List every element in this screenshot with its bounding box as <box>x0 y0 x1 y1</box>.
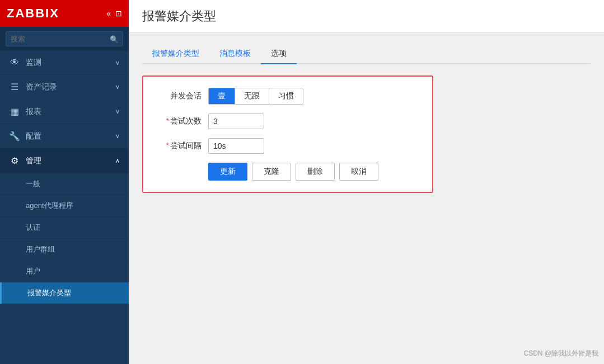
watermark: CSDN @除我以外皆是我 <box>523 349 598 358</box>
clone-button[interactable]: 克隆 <box>252 163 291 181</box>
search-input[interactable] <box>6 31 123 46</box>
sidebar-sub-label: 认证 <box>26 223 40 233</box>
options-form-card: 并发会话 壹 无跟 习惯 *尝试次数 *尝试间隔 <box>142 75 433 193</box>
sidebar-sub-label: 报警媒介类型 <box>27 288 71 298</box>
sidebar-item-report[interactable]: ▦ 报表 ∨ <box>0 100 129 124</box>
interval-label: *尝试间隔 <box>157 141 202 151</box>
concurrent-option-one[interactable]: 壹 <box>209 88 235 104</box>
tab-options[interactable]: 选项 <box>261 44 297 64</box>
cancel-button[interactable]: 取消 <box>339 163 378 181</box>
concurrent-sessions-group: 壹 无跟 习惯 <box>208 88 303 105</box>
report-icon: ▦ <box>9 106 20 117</box>
page-header: 报警媒介类型 <box>129 0 604 33</box>
sidebar-item-auth[interactable]: 认证 <box>0 217 129 239</box>
sidebar-item-monitor[interactable]: 👁 监测 ∨ <box>0 51 129 75</box>
tab-message-template[interactable]: 消息模板 <box>209 44 261 64</box>
sidebar-item-assets[interactable]: ☰ 资产记录 ∨ <box>0 75 129 100</box>
header-icons: « ⊡ <box>106 9 122 18</box>
sidebar-item-media[interactable]: 报警媒介类型 <box>0 282 129 304</box>
concurrent-sessions-label: 并发会话 <box>157 91 202 101</box>
chevron-down-icon: ∨ <box>115 83 120 91</box>
expand-icon[interactable]: ⊡ <box>115 9 122 18</box>
tab-bar: 报警媒介类型 消息模板 选项 <box>142 44 591 64</box>
sidebar-sub-label: 用户群组 <box>26 244 55 254</box>
admin-icon: ⚙ <box>9 155 20 166</box>
attempts-input[interactable] <box>208 114 264 129</box>
sidebar-item-usergroups[interactable]: 用户群组 <box>0 239 129 261</box>
sidebar-sub-label: 一般 <box>26 179 40 189</box>
concurrent-option-custom[interactable]: 习惯 <box>269 88 303 104</box>
sidebar-item-label: 监测 <box>26 58 110 68</box>
config-icon: 🔧 <box>9 131 20 141</box>
sidebar-nav: 👁 监测 ∨ ☰ 资产记录 ∨ ▦ 报表 ∨ 🔧 配置 ∨ ⚙ 管理 ∧ 一般 … <box>0 51 129 364</box>
required-star: * <box>166 116 169 125</box>
chevron-down-icon: ∨ <box>115 133 120 140</box>
sidebar-item-config[interactable]: 🔧 配置 ∨ <box>0 124 129 149</box>
sidebar-header: ZABBIX « ⊡ <box>0 0 129 27</box>
sidebar-item-label: 资产记录 <box>26 82 110 92</box>
required-star-2: * <box>166 141 169 150</box>
sidebar-item-general[interactable]: 一般 <box>0 173 129 195</box>
concurrent-sessions-row: 并发会话 壹 无跟 习惯 <box>157 88 419 105</box>
tab-media-type[interactable]: 报警媒介类型 <box>142 44 209 64</box>
attempts-label: *尝试次数 <box>157 116 202 126</box>
sidebar-sub-label: agent代理程序 <box>26 201 73 211</box>
main-content: 报警媒介类型 报警媒介类型 消息模板 选项 并发会话 壹 无跟 习惯 *尝试 <box>129 0 604 364</box>
monitor-icon: 👁 <box>9 58 20 68</box>
action-buttons: 更新 克隆 删除 取消 <box>157 163 419 181</box>
sidebar-item-label: 配置 <box>26 131 110 141</box>
sidebar-item-agent[interactable]: agent代理程序 <box>0 195 129 217</box>
sidebar-item-label: 管理 <box>26 156 110 166</box>
assets-icon: ☰ <box>9 82 20 92</box>
sidebar-item-label: 报表 <box>26 107 110 117</box>
sidebar-item-admin[interactable]: ⚙ 管理 ∧ <box>0 149 129 173</box>
sidebar-sub-label: 用户 <box>26 266 40 276</box>
sidebar: ZABBIX « ⊡ 🔍 👁 监测 ∨ ☰ 资产记录 ∨ ▦ 报表 ∨ 🔧 <box>0 0 129 364</box>
update-button[interactable]: 更新 <box>208 163 247 181</box>
chevron-down-icon: ∨ <box>115 108 120 115</box>
sidebar-item-users[interactable]: 用户 <box>0 261 129 282</box>
attempts-row: *尝试次数 <box>157 114 419 129</box>
concurrent-option-unlimited[interactable]: 无跟 <box>235 88 269 104</box>
delete-button[interactable]: 删除 <box>296 163 335 181</box>
page-title: 报警媒介类型 <box>142 8 591 25</box>
interval-row: *尝试间隔 <box>157 138 419 154</box>
collapse-icon[interactable]: « <box>106 9 111 18</box>
chevron-up-icon: ∧ <box>115 157 120 164</box>
page-content: 报警媒介类型 消息模板 选项 并发会话 壹 无跟 习惯 *尝试次数 <box>129 33 604 364</box>
chevron-down-icon: ∨ <box>115 59 120 67</box>
zabbix-logo: ZABBIX <box>7 6 59 21</box>
search-icon: 🔍 <box>110 35 119 43</box>
sidebar-search-container: 🔍 <box>0 27 129 51</box>
interval-input[interactable] <box>208 138 264 154</box>
